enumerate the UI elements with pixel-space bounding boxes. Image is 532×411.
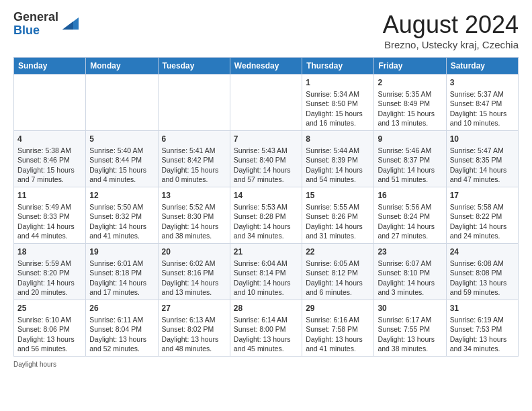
day-number: 18 xyxy=(17,246,82,257)
day-info: Sunrise: 5:35 AM Sunset: 8:49 PM Dayligh… xyxy=(378,90,435,127)
day-info: Sunrise: 6:10 AM Sunset: 8:06 PM Dayligh… xyxy=(17,316,75,353)
day-info: Sunrise: 5:52 AM Sunset: 8:30 PM Dayligh… xyxy=(162,203,219,240)
calendar-cell: 25Sunrise: 6:10 AM Sunset: 8:06 PM Dayli… xyxy=(14,300,86,357)
day-header: Saturday xyxy=(446,58,518,75)
calendar-cell: 14Sunrise: 5:53 AM Sunset: 8:28 PM Dayli… xyxy=(230,187,302,244)
calendar-cell: 11Sunrise: 5:49 AM Sunset: 8:33 PM Dayli… xyxy=(14,187,86,244)
day-header: Friday xyxy=(374,58,446,75)
day-number: 12 xyxy=(89,190,154,201)
day-number: 15 xyxy=(306,190,370,201)
logo-text: General Blue xyxy=(13,11,58,38)
day-info: Sunrise: 5:47 AM Sunset: 8:35 PM Dayligh… xyxy=(450,146,507,183)
day-number: 23 xyxy=(378,246,442,257)
day-number: 11 xyxy=(17,190,82,201)
day-info: Sunrise: 6:16 AM Sunset: 7:58 PM Dayligh… xyxy=(306,316,363,353)
title-block: August 2024 Brezno, Ustecky kraj, Czechi… xyxy=(383,11,519,50)
logo: General Blue xyxy=(13,11,79,38)
day-info: Sunrise: 6:04 AM Sunset: 8:14 PM Dayligh… xyxy=(234,259,291,296)
day-info: Sunrise: 5:43 AM Sunset: 8:40 PM Dayligh… xyxy=(234,146,291,183)
calendar-cell: 5Sunrise: 5:40 AM Sunset: 8:44 PM Daylig… xyxy=(86,131,158,187)
day-info: Sunrise: 6:08 AM Sunset: 8:08 PM Dayligh… xyxy=(450,259,507,296)
svg-marker-1 xyxy=(62,21,73,30)
day-info: Sunrise: 5:50 AM Sunset: 8:32 PM Dayligh… xyxy=(89,203,146,240)
day-number: 6 xyxy=(162,134,226,144)
day-info: Sunrise: 5:40 AM Sunset: 8:44 PM Dayligh… xyxy=(89,146,146,183)
calendar-week: 1Sunrise: 5:34 AM Sunset: 8:50 PM Daylig… xyxy=(14,75,519,131)
day-header: Wednesday xyxy=(230,58,302,75)
day-info: Sunrise: 6:19 AM Sunset: 7:53 PM Dayligh… xyxy=(450,316,507,353)
logo-blue: Blue xyxy=(13,24,40,37)
day-info: Sunrise: 5:53 AM Sunset: 8:28 PM Dayligh… xyxy=(234,203,291,240)
day-number: 3 xyxy=(450,77,515,88)
calendar-cell: 27Sunrise: 6:13 AM Sunset: 8:02 PM Dayli… xyxy=(158,300,230,357)
month-title: August 2024 xyxy=(383,11,519,39)
day-number: 1 xyxy=(306,77,370,88)
header-row: SundayMondayTuesdayWednesdayThursdayFrid… xyxy=(14,58,519,75)
calendar-cell: 6Sunrise: 5:41 AM Sunset: 8:42 PM Daylig… xyxy=(158,131,230,187)
calendar-cell: 2Sunrise: 5:35 AM Sunset: 8:49 PM Daylig… xyxy=(374,75,446,131)
day-number: 19 xyxy=(89,246,154,257)
day-info: Sunrise: 6:02 AM Sunset: 8:16 PM Dayligh… xyxy=(162,259,219,296)
day-number: 14 xyxy=(234,190,298,201)
day-info: Sunrise: 5:44 AM Sunset: 8:39 PM Dayligh… xyxy=(306,146,363,183)
day-number: 30 xyxy=(378,303,442,314)
day-info: Sunrise: 5:46 AM Sunset: 8:37 PM Dayligh… xyxy=(378,146,435,183)
calendar-cell: 30Sunrise: 6:17 AM Sunset: 7:55 PM Dayli… xyxy=(374,300,446,357)
day-number: 31 xyxy=(450,303,515,314)
day-info: Sunrise: 5:38 AM Sunset: 8:46 PM Dayligh… xyxy=(17,146,75,183)
day-header: Tuesday xyxy=(158,58,230,75)
calendar-cell: 12Sunrise: 5:50 AM Sunset: 8:32 PM Dayli… xyxy=(86,187,158,244)
day-number: 26 xyxy=(89,303,154,314)
day-number: 29 xyxy=(306,303,370,314)
day-info: Sunrise: 5:34 AM Sunset: 8:50 PM Dayligh… xyxy=(306,90,363,127)
day-number: 8 xyxy=(306,134,370,144)
calendar-cell: 9Sunrise: 5:46 AM Sunset: 8:37 PM Daylig… xyxy=(374,131,446,187)
calendar-table: SundayMondayTuesdayWednesdayThursdayFrid… xyxy=(13,57,519,357)
calendar-cell: 15Sunrise: 5:55 AM Sunset: 8:26 PM Dayli… xyxy=(302,187,374,244)
calendar-cell: 3Sunrise: 5:37 AM Sunset: 8:47 PM Daylig… xyxy=(446,75,518,131)
day-number: 20 xyxy=(162,246,226,257)
day-header: Sunday xyxy=(14,58,86,75)
calendar-cell: 20Sunrise: 6:02 AM Sunset: 8:16 PM Dayli… xyxy=(158,244,230,300)
calendar-cell: 31Sunrise: 6:19 AM Sunset: 7:53 PM Dayli… xyxy=(446,300,518,357)
footer-note: Daylight hours xyxy=(13,361,519,368)
day-info: Sunrise: 6:01 AM Sunset: 8:18 PM Dayligh… xyxy=(89,259,146,296)
day-number: 16 xyxy=(378,190,442,201)
calendar-cell: 23Sunrise: 6:07 AM Sunset: 8:10 PM Dayli… xyxy=(374,244,446,300)
day-info: Sunrise: 6:07 AM Sunset: 8:10 PM Dayligh… xyxy=(378,259,435,296)
day-header: Monday xyxy=(86,58,158,75)
location: Brezno, Ustecky kraj, Czechia xyxy=(383,39,519,50)
calendar-week: 4Sunrise: 5:38 AM Sunset: 8:46 PM Daylig… xyxy=(14,131,519,187)
day-info: Sunrise: 6:11 AM Sunset: 8:04 PM Dayligh… xyxy=(89,316,146,353)
calendar-week: 25Sunrise: 6:10 AM Sunset: 8:06 PM Dayli… xyxy=(14,300,519,357)
day-number: 10 xyxy=(450,134,515,144)
day-info: Sunrise: 6:05 AM Sunset: 8:12 PM Dayligh… xyxy=(306,259,363,296)
calendar-cell: 29Sunrise: 6:16 AM Sunset: 7:58 PM Dayli… xyxy=(302,300,374,357)
day-number: 28 xyxy=(234,303,298,314)
day-number: 27 xyxy=(162,303,226,314)
calendar-cell: 16Sunrise: 5:56 AM Sunset: 8:24 PM Dayli… xyxy=(374,187,446,244)
calendar-week: 11Sunrise: 5:49 AM Sunset: 8:33 PM Dayli… xyxy=(14,187,519,244)
day-number: 22 xyxy=(306,246,370,257)
calendar-week: 18Sunrise: 5:59 AM Sunset: 8:20 PM Dayli… xyxy=(14,244,519,300)
day-info: Sunrise: 5:37 AM Sunset: 8:47 PM Dayligh… xyxy=(450,90,507,127)
page: General Blue August 2024 Brezno, Ustecky… xyxy=(0,0,532,376)
calendar-cell xyxy=(158,75,230,131)
day-info: Sunrise: 6:14 AM Sunset: 8:00 PM Dayligh… xyxy=(234,316,291,353)
calendar-cell: 4Sunrise: 5:38 AM Sunset: 8:46 PM Daylig… xyxy=(14,131,86,187)
calendar-cell: 21Sunrise: 6:04 AM Sunset: 8:14 PM Dayli… xyxy=(230,244,302,300)
day-info: Sunrise: 5:59 AM Sunset: 8:20 PM Dayligh… xyxy=(17,259,75,296)
calendar-cell: 22Sunrise: 6:05 AM Sunset: 8:12 PM Dayli… xyxy=(302,244,374,300)
calendar-cell: 28Sunrise: 6:14 AM Sunset: 8:00 PM Dayli… xyxy=(230,300,302,357)
calendar-cell: 13Sunrise: 5:52 AM Sunset: 8:30 PM Dayli… xyxy=(158,187,230,244)
day-info: Sunrise: 5:49 AM Sunset: 8:33 PM Dayligh… xyxy=(17,203,75,240)
day-number: 9 xyxy=(378,134,442,144)
calendar-cell xyxy=(14,75,86,131)
header: General Blue August 2024 Brezno, Ustecky… xyxy=(13,11,519,50)
day-number: 21 xyxy=(234,246,298,257)
day-number: 13 xyxy=(162,190,226,201)
day-number: 5 xyxy=(89,134,154,144)
calendar-cell: 8Sunrise: 5:44 AM Sunset: 8:39 PM Daylig… xyxy=(302,131,374,187)
calendar-cell: 19Sunrise: 6:01 AM Sunset: 8:18 PM Dayli… xyxy=(86,244,158,300)
day-info: Sunrise: 6:13 AM Sunset: 8:02 PM Dayligh… xyxy=(162,316,219,353)
